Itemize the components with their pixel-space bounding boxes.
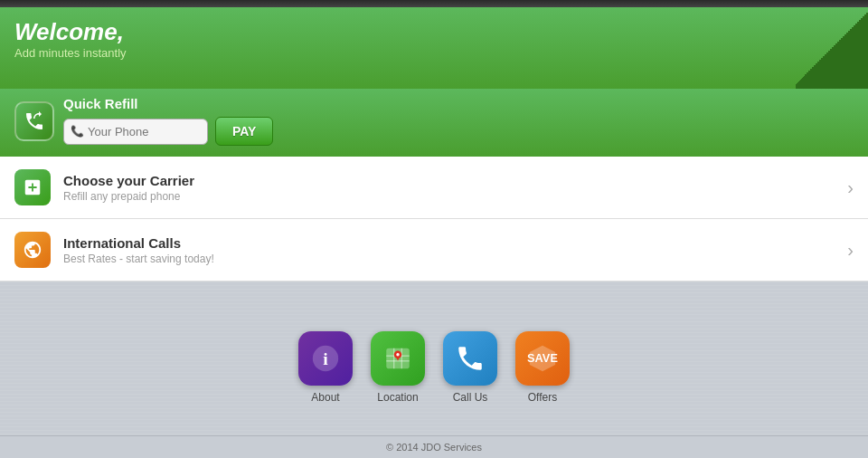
- phone-return-icon: [24, 110, 45, 132]
- footer-text: © 2014 JDO Services: [386, 442, 482, 453]
- phone-input-wrapper: 📞: [63, 119, 208, 145]
- svg-text:SAVE: SAVE: [527, 351, 558, 365]
- main-content: Choose your Carrier Refill any prepaid p…: [0, 157, 868, 281]
- carrier-chevron: ›: [847, 177, 854, 198]
- offers-label: Offers: [528, 391, 557, 404]
- plus-icon: [23, 177, 42, 197]
- info-icon: i: [310, 343, 341, 374]
- icon-grid: i About: [298, 331, 570, 404]
- phone-small-icon: 📞: [71, 125, 84, 138]
- carrier-subtitle: Refill any prepaid phone: [63, 190, 194, 203]
- about-icon-item[interactable]: i About: [298, 331, 353, 404]
- phone-icon: [455, 343, 486, 374]
- header: Welcome, Add minutes instantly: [0, 7, 868, 89]
- location-icon-item[interactable]: Location: [371, 331, 425, 404]
- offers-app-icon: SAVE: [515, 331, 570, 386]
- intl-calls-title: International Calls: [63, 235, 214, 251]
- quick-refill-bar: Quick Refill 📞 PAY: [0, 89, 868, 157]
- carrier-list-item[interactable]: Choose your Carrier Refill any prepaid p…: [0, 157, 868, 219]
- carrier-text: Choose your Carrier Refill any prepaid p…: [63, 173, 194, 203]
- intl-calls-icon: [14, 232, 51, 268]
- welcome-title: Welcome,: [14, 18, 854, 46]
- svg-text:i: i: [323, 348, 328, 368]
- location-label: Location: [377, 391, 418, 404]
- svg-point-8: [396, 353, 399, 356]
- intl-calls-list-item[interactable]: International Calls Best Rates - start s…: [0, 219, 868, 281]
- pay-button[interactable]: PAY: [215, 117, 273, 146]
- carrier-title: Choose your Carrier: [63, 173, 194, 188]
- refill-icon: [14, 101, 54, 141]
- intl-calls-chevron: ›: [847, 240, 854, 261]
- callus-icon-item[interactable]: Call Us: [443, 331, 497, 404]
- welcome-subtitle: Add minutes instantly: [14, 46, 854, 60]
- footer: © 2014 JDO Services: [0, 435, 868, 458]
- about-app-icon: i: [298, 331, 353, 386]
- callus-label: Call Us: [453, 391, 488, 404]
- globe-icon: [23, 240, 42, 260]
- location-app-icon: [371, 331, 425, 386]
- refill-row: 📞 PAY: [63, 117, 273, 146]
- refill-label: Quick Refill: [63, 96, 273, 111]
- save-tag-icon: SAVE: [527, 343, 558, 374]
- about-label: About: [311, 391, 339, 404]
- gray-area: i About: [0, 281, 868, 444]
- top-bar: [0, 0, 868, 7]
- map-pin-icon: [382, 343, 413, 374]
- intl-calls-text: International Calls Best Rates - start s…: [63, 235, 214, 265]
- intl-calls-subtitle: Best Rates - start saving today!: [63, 253, 214, 265]
- offers-icon-item[interactable]: SAVE Offers: [515, 331, 570, 404]
- callus-app-icon: [443, 331, 497, 386]
- phone-input[interactable]: [63, 119, 208, 145]
- carrier-icon: [14, 169, 51, 205]
- refill-content: Quick Refill 📞 PAY: [63, 96, 273, 146]
